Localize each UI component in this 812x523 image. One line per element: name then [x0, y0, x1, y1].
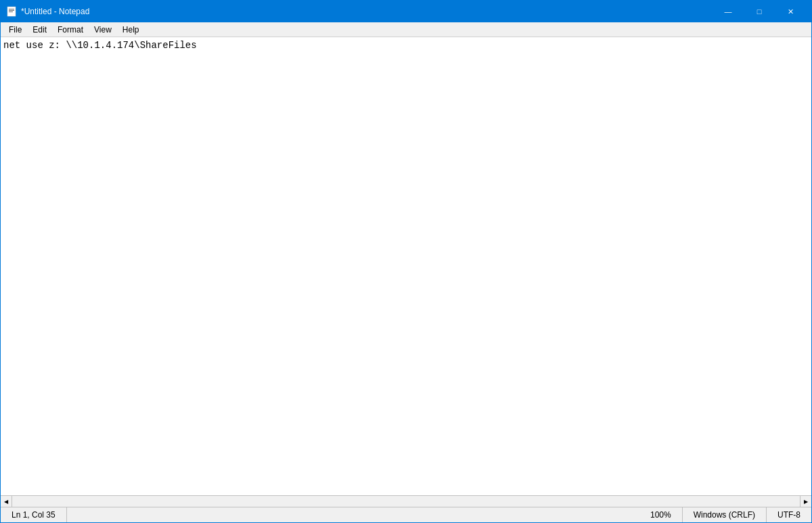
editor-container: net use z: \\10.1.4.174\ShareFiles [1, 37, 811, 495]
close-button[interactable]: ✕ [775, 1, 806, 22]
status-zoom: 100% [639, 507, 683, 522]
status-line-endings[interactable]: Windows (CRLF) [683, 507, 767, 522]
minimize-button[interactable]: — [713, 1, 744, 22]
menu-format[interactable]: Format [52, 24, 89, 36]
status-encoding[interactable]: UTF-8 [767, 507, 811, 522]
window-controls: — □ ✕ [713, 1, 806, 22]
svg-rect-3 [9, 12, 13, 12]
svg-rect-2 [9, 10, 14, 11]
status-line-column: Ln 1, Col 35 [1, 507, 67, 522]
text-editor[interactable]: net use z: \\10.1.4.174\ShareFiles [1, 37, 811, 495]
window-title: *Untitled - Notepad [21, 7, 89, 16]
scroll-right-button[interactable]: ▶ [800, 496, 811, 507]
notepad-icon [6, 6, 17, 17]
svg-rect-1 [9, 9, 14, 9]
menu-file[interactable]: File [3, 24, 27, 36]
menu-help[interactable]: Help [117, 24, 145, 36]
menu-edit[interactable]: Edit [27, 24, 52, 36]
horizontal-scrollbar: ◀ ▶ [1, 495, 811, 507]
menu-bar: File Edit Format View Help [1, 22, 811, 37]
title-bar: *Untitled - Notepad — □ ✕ [1, 1, 811, 22]
scroll-track[interactable] [12, 496, 800, 507]
title-bar-left: *Untitled - Notepad [6, 6, 89, 17]
menu-view[interactable]: View [89, 24, 117, 36]
maximize-button[interactable]: □ [744, 1, 775, 22]
status-bar: Ln 1, Col 35 100% Windows (CRLF) UTF-8 [1, 507, 811, 522]
scroll-left-button[interactable]: ◀ [1, 496, 12, 507]
